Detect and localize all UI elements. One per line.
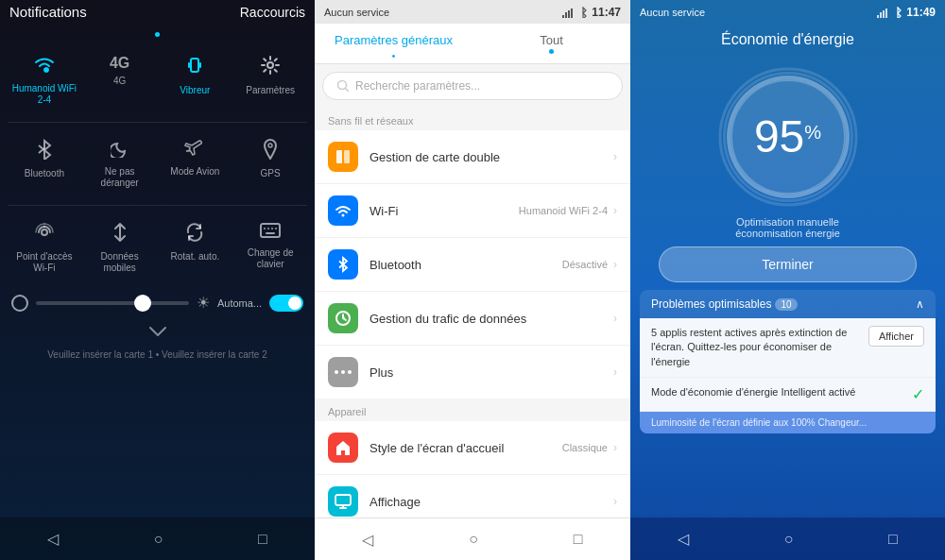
bluetooth-label: Bluetooth [25, 168, 64, 179]
problem-item-1: 5 applis restent actives après extinctio… [640, 318, 936, 378]
status-icons-p2: 11:47 [561, 6, 621, 19]
chevron-icon-1: › [613, 150, 617, 163]
svg-rect-1 [188, 62, 190, 68]
hotspot-label: Point d'accèsWi-Fi [16, 251, 72, 274]
chevron-icon-5: › [613, 365, 617, 379]
dnd-label: Ne pasdéranger [101, 166, 139, 189]
setting-dual-sim[interactable]: Gestion de carte double › [315, 130, 630, 184]
gps-toggle[interactable]: GPS [233, 131, 307, 196]
tab-all[interactable]: Tout [472, 24, 630, 63]
recent-button-p1[interactable]: □ [250, 523, 275, 555]
4g-toggle[interactable]: 4G 4G [83, 47, 157, 113]
divider2 [8, 205, 307, 206]
service-status-p3: Aucun service [640, 7, 705, 18]
problem-item-2: Mode d'économie d'énergie Intelligent ac… [640, 378, 936, 412]
gauge-wrapper: 95 % [713, 61, 864, 212]
setting-data-usage[interactable]: Gestion du trafic de données › [315, 292, 630, 346]
statusbar-p3: Aucun service 11:49 [630, 0, 945, 24]
chevron-icon-6: › [613, 441, 617, 454]
chevron-up-icon: ∧ [916, 297, 924, 311]
bluetooth-settings-icon [328, 249, 358, 280]
settings-toggle[interactable]: Paramètres [233, 47, 307, 113]
svg-point-17 [335, 370, 338, 374]
auto-brightness-toggle[interactable] [269, 295, 303, 312]
search-box[interactable]: Recherche paramètres... [322, 72, 623, 100]
chevron-icon-4: › [613, 312, 617, 325]
hotspot-toggle[interactable]: Point d'accèsWi-Fi [8, 214, 81, 281]
back-button-p3[interactable]: ◁ [670, 522, 696, 555]
bluetooth-icon [36, 139, 53, 164]
svg-point-15 [342, 214, 345, 217]
bottom-nav-p2: ◁ ○ □ [315, 518, 630, 560]
home-button-p3[interactable]: ○ [777, 523, 801, 555]
dual-sim-text: Gestion de carte double [369, 150, 613, 164]
raccourcis-tab[interactable]: Raccourcis [240, 5, 305, 20]
setting-bluetooth[interactable]: Bluetooth Désactivé › [315, 238, 630, 292]
recent-button-p3[interactable]: □ [881, 523, 905, 555]
terminer-button[interactable]: Terminer [659, 246, 917, 282]
notifications-panel: Notifications Raccourcis Humanoid WiFi2-… [0, 0, 315, 560]
problems-badge: 10 [775, 298, 797, 311]
statusbar-p2: Aucun service 11:47 [315, 0, 630, 24]
svg-point-19 [348, 370, 352, 374]
problem-text-3: Luminosité de l'écran définie aux 100% C… [651, 417, 867, 428]
data-icon [112, 222, 129, 247]
settings-panel: Aucun service 11:47 Paramètres généraux … [315, 0, 630, 560]
energy-panel: Aucun service 11:49 Économie d'énergie 9… [630, 0, 945, 560]
status-icons-p3: 11:49 [876, 6, 936, 19]
airplane-toggle[interactable]: Mode Avion [159, 131, 232, 196]
wifi-settings-text: Wi-Fi [369, 204, 519, 218]
vibrate-toggle[interactable]: Vibreur [159, 47, 232, 113]
gauge-label2: économisation énergie [630, 228, 945, 239]
chevron-icon-7: › [613, 495, 617, 508]
problem-text-2: Mode d'économie d'énergie Intelligent ac… [651, 385, 904, 399]
afficher-button[interactable]: Afficher [868, 326, 924, 347]
brightness-max-icon: ☀ [197, 294, 210, 312]
data-label: Donnéesmobiles [101, 251, 139, 274]
airplane-icon [184, 139, 205, 162]
recent-button-p2[interactable]: □ [566, 523, 591, 555]
home-style-icon [328, 433, 358, 463]
gauge-percent: 95 [754, 114, 804, 160]
wifi-toggle[interactable]: Humanoid WiFi2-4 [8, 47, 81, 113]
dnd-toggle[interactable]: Ne pasdéranger [83, 131, 157, 196]
checkmark-icon: ✓ [912, 385, 924, 403]
brightness-min-icon [11, 295, 28, 312]
chevron-icon-2: › [613, 204, 617, 217]
back-button-p1[interactable]: ◁ [40, 522, 66, 555]
chevron-icon-3: › [613, 258, 617, 271]
data-toggle[interactable]: Donnéesmobiles [83, 214, 157, 281]
setting-wifi[interactable]: Wi-Fi Humanoid WiFi 2-4 › [315, 184, 630, 238]
svg-rect-14 [344, 150, 350, 163]
problems-header[interactable]: Problèmes optimisables 10 ∧ [640, 290, 936, 318]
sim-notice: Veuillez insérer la carte 1 • Veuillez i… [0, 346, 315, 364]
statusbar-p1: Notifications Raccourcis [0, 0, 315, 24]
vibrate-icon [184, 55, 205, 81]
tab-general[interactable]: Paramètres généraux [315, 24, 472, 63]
expand-arrow[interactable] [0, 319, 315, 346]
brightness-slider[interactable] [36, 301, 189, 305]
display-text: Affichage [369, 495, 613, 509]
keyboard-icon [260, 222, 281, 244]
airplane-label: Mode Avion [170, 166, 219, 178]
quick-settings-row2: Bluetooth Ne pasdéranger Mode Avion [0, 127, 315, 201]
home-button-p2[interactable]: ○ [461, 523, 486, 555]
gauge-label: Optimisation manuelle économisation éner… [630, 216, 945, 239]
service-status-p2: Aucun service [324, 7, 389, 18]
rotate-label: Rotat. auto. [171, 251, 220, 263]
back-button-p2[interactable]: ◁ [354, 523, 381, 556]
bluetooth-toggle[interactable]: Bluetooth [8, 131, 81, 196]
problem-item-3: Luminosité de l'écran définie aux 100% C… [640, 412, 936, 433]
svg-point-5 [42, 229, 47, 235]
divider1 [8, 122, 307, 123]
hotspot-icon [34, 222, 55, 247]
keyboard-toggle[interactable]: Change declavier [233, 214, 307, 281]
dual-sim-icon [328, 142, 358, 172]
svg-point-3 [267, 62, 273, 68]
setting-more[interactable]: Plus › [315, 346, 630, 399]
setting-home-style[interactable]: Style de l'écran d'accueil Classique › [315, 421, 630, 475]
home-button-p1[interactable]: ○ [146, 523, 171, 555]
rotate-toggle[interactable]: Rotat. auto. [159, 214, 232, 281]
time-p2: 11:47 [592, 6, 621, 19]
svg-rect-13 [336, 150, 342, 163]
